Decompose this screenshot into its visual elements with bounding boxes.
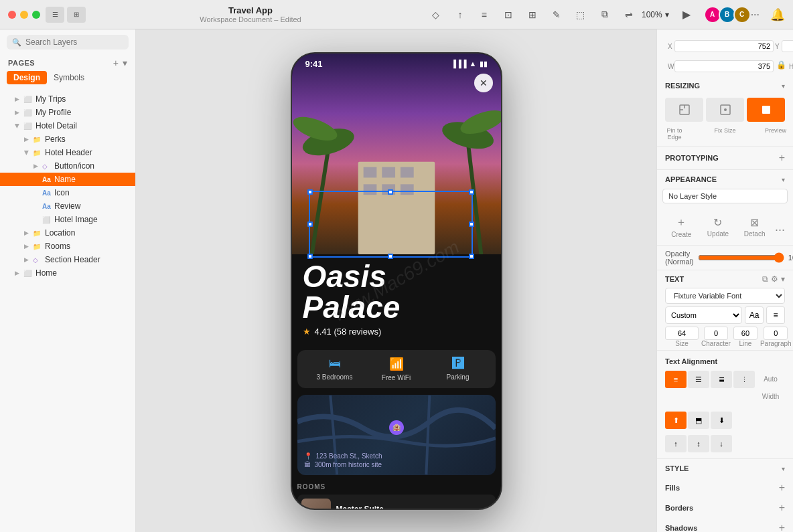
coord-row-1: X Y ° <box>662 35 788 55</box>
sidebar-item-hotel-header[interactable]: ▶ 📁 Hotel Header <box>0 146 135 159</box>
sidebar-item-section-header[interactable]: ▶ ◇ Section Header <box>0 253 135 266</box>
add-page-icon[interactable]: + <box>113 58 119 68</box>
shape-tool-icon[interactable]: ◇ <box>429 7 443 22</box>
crop-icon[interactable]: ⊞ <box>525 7 540 22</box>
text-chevron-icon[interactable]: ▾ <box>781 274 785 284</box>
sidebar-item-review[interactable]: ▶ Aa Review <box>0 199 135 213</box>
lock-icon[interactable]: 🔒 <box>775 60 788 72</box>
opacity-slider[interactable] <box>698 252 784 263</box>
hero-image: ✕ <box>292 54 501 254</box>
font-style-select[interactable]: Custom <box>665 306 742 324</box>
fills-add-icon[interactable]: + <box>779 482 785 494</box>
pin-to-edge-btn[interactable] <box>665 98 703 122</box>
grid-view-btn[interactable]: ⊞ <box>67 7 86 23</box>
y-input[interactable] <box>782 40 793 52</box>
align-top-btn[interactable]: ⬆ <box>665 412 687 429</box>
text-settings-icon[interactable]: ⚙ <box>771 274 778 284</box>
line-field-wrap: Line <box>733 327 758 347</box>
text-icon: Aa <box>42 203 52 210</box>
close-traffic-light[interactable] <box>8 11 16 19</box>
w-label: W <box>668 63 673 70</box>
mirror-icon[interactable]: ⇌ <box>622 7 636 22</box>
text-icon: Aa <box>42 189 52 197</box>
w-input[interactable] <box>674 60 774 72</box>
text-icons: ⧉ ⚙ ▾ <box>762 274 785 284</box>
chevron-icon: ▶ <box>15 109 19 116</box>
sidebar-item-rooms[interactable]: ▶ 📁 Rooms <box>0 240 135 253</box>
align-bottom-btn[interactable]: ⬇ <box>711 412 732 429</box>
borders-add-icon[interactable]: + <box>779 502 785 514</box>
layout-icon[interactable]: ≡ <box>477 7 492 22</box>
prototyping-header[interactable]: PROTOTYPING + <box>657 147 793 169</box>
layer-style-select[interactable]: No Layer Style <box>662 189 788 203</box>
opacity-label: Opacity (Normal) <box>665 250 694 266</box>
align-bottom2-btn[interactable]: ↓ <box>711 435 732 452</box>
font-size-input[interactable] <box>665 327 699 340</box>
char-spacing-input[interactable] <box>704 327 728 340</box>
sidebar-item-my-trips[interactable]: ▶ ⬜ My Trips <box>0 92 135 106</box>
zoom-control[interactable]: 100% ▾ <box>642 10 669 19</box>
sidebar-item-perks[interactable]: ▶ 📁 Perks <box>0 132 135 146</box>
align-right-btn[interactable]: ≣ <box>711 371 732 388</box>
symbol-icon[interactable]: ⊡ <box>501 7 516 22</box>
align-left-btn[interactable]: ≡ <box>665 371 687 388</box>
create-btn[interactable]: ＋ Create <box>665 213 698 241</box>
detach-btn[interactable]: ⊠ Detach <box>738 213 771 240</box>
tab-symbols[interactable]: Symbols <box>47 71 91 84</box>
paragraph-input[interactable] <box>764 327 788 340</box>
insert-icon[interactable]: ↑ <box>453 7 467 22</box>
avatar-more-btn[interactable]: ··· <box>751 9 760 21</box>
h-field: H <box>789 60 793 72</box>
maximize-traffic-light[interactable] <box>32 11 40 19</box>
font-family-select[interactable]: Fixture Variable Font <box>665 288 785 304</box>
resizing-header[interactable]: RESIZING ▾ <box>657 76 793 95</box>
pen-icon[interactable]: ✎ <box>549 7 564 22</box>
play-button[interactable]: ▶ <box>677 5 696 24</box>
sidebar-item-icon[interactable]: ▶ Aa Icon <box>0 186 135 199</box>
copy-icon[interactable]: ⧉ <box>597 7 612 22</box>
close-button[interactable]: ✕ <box>474 74 493 92</box>
create-label: Create <box>671 231 691 238</box>
shape-icon: ◇ <box>33 256 42 264</box>
hotel-rating: ★ 4.41 (58 reviews) <box>303 327 490 337</box>
pin-center-btn[interactable] <box>706 98 744 122</box>
style-header[interactable]: STYLE ▾ <box>657 459 793 478</box>
chevron-icon: ▶ <box>15 96 19 102</box>
more-options-icon[interactable]: ... <box>775 220 785 234</box>
line-height-input[interactable] <box>733 327 758 340</box>
text-align-btn[interactable]: ≡ <box>766 306 785 324</box>
x-input[interactable] <box>674 40 774 52</box>
search-input[interactable] <box>25 37 123 47</box>
sidebar-item-my-profile[interactable]: ▶ ⬜ My Profile <box>0 106 135 119</box>
search-box[interactable]: 🔍 <box>7 35 129 50</box>
resize-icon[interactable]: ⬚ <box>573 7 588 22</box>
align-distribute-btn[interactable]: ↕ <box>688 435 709 452</box>
sidebar-item-name[interactable]: ▶ Aa Name <box>0 173 135 186</box>
text-layers-icon[interactable]: ⧉ <box>762 274 768 284</box>
align-top2-btn[interactable]: ↑ <box>665 435 687 452</box>
chevron-down-icon[interactable]: ▾ <box>123 58 127 68</box>
notification-icon[interactable]: 🔔 <box>770 7 785 22</box>
align-center-btn[interactable]: ☰ <box>688 371 709 388</box>
sidebar-item-hotel-detail[interactable]: ▶ ⬜ Hotel Detail <box>0 119 135 132</box>
list-view-btn[interactable]: ☰ <box>46 7 64 23</box>
minimize-traffic-light[interactable] <box>20 11 28 19</box>
view-toggle: ☰ ⊞ <box>46 7 86 23</box>
sidebar-item-button-icon[interactable]: ▶ ◇ Button/icon <box>0 159 135 173</box>
update-btn[interactable]: ↻ Update <box>702 213 735 240</box>
align-mid-btn[interactable]: ⬒ <box>688 412 709 429</box>
preview-btn[interactable] <box>747 98 785 122</box>
sidebar-item-home[interactable]: ▶ ⬜ Home <box>0 266 135 280</box>
battery-icon: ▮▮ <box>480 60 488 68</box>
borders-label: Borders <box>665 504 693 512</box>
align-justify-btn[interactable]: ⋮ <box>733 371 755 388</box>
pages-actions[interactable]: + ▾ <box>113 58 127 68</box>
tab-design[interactable]: Design <box>7 71 47 84</box>
shadows-add-icon[interactable]: + <box>779 522 785 532</box>
sidebar-item-hotel-image[interactable]: ▶ ⬜ Hotel Image <box>0 213 135 226</box>
appearance-header[interactable]: APPEARANCE ▾ <box>657 170 793 189</box>
resizing-label: RESIZING <box>665 82 700 90</box>
sidebar-item-location[interactable]: ▶ 📁 Location <box>0 226 135 240</box>
text-sizing-btn[interactable]: Aa <box>745 306 764 324</box>
prototyping-add-icon[interactable]: + <box>779 152 785 164</box>
